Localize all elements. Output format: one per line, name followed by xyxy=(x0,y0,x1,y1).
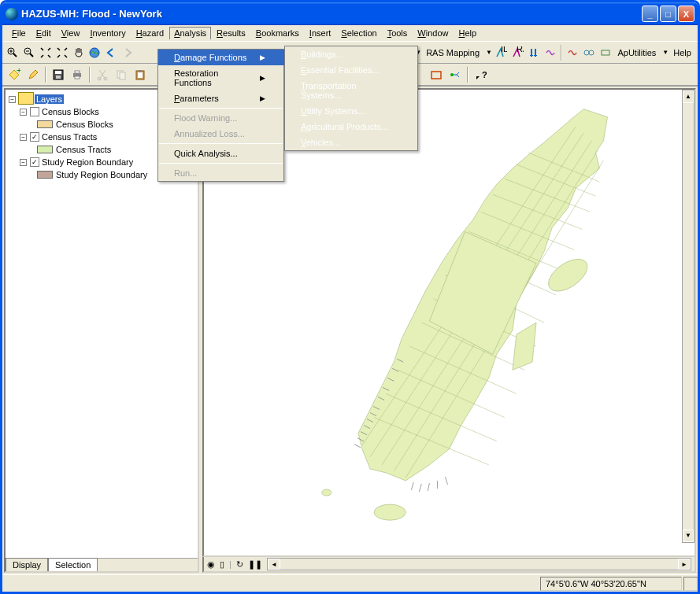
menu-quick-analysis[interactable]: Quick Analysis... xyxy=(158,146,284,161)
svg-point-12 xyxy=(584,50,589,55)
scroll-down-icon[interactable]: ▼ xyxy=(683,529,694,542)
menu-edit[interactable]: Edit xyxy=(31,27,56,39)
swatch-label: Study Region Boundary xyxy=(56,170,147,179)
svg-rect-18 xyxy=(56,76,61,79)
paste-icon[interactable] xyxy=(131,66,149,83)
submenu-utility-systems[interactable]: Utility Systems... xyxy=(285,103,417,119)
menu-parameters[interactable]: Parameters▶ xyxy=(158,90,284,106)
menu-window[interactable]: Window xyxy=(413,27,453,39)
menu-help[interactable]: Help xyxy=(454,27,481,39)
ras-tool-1-icon[interactable]: ID xyxy=(494,44,509,61)
tab-display[interactable]: Display xyxy=(6,558,48,571)
collapse-icon[interactable]: − xyxy=(20,109,27,116)
zoom-out-icon[interactable] xyxy=(22,44,37,61)
svg-rect-14 xyxy=(602,50,609,55)
full-extent-icon[interactable] xyxy=(87,44,102,61)
horizontal-scrollbar[interactable]: ◄ ► xyxy=(267,558,691,570)
data-view-icon[interactable]: ◉ xyxy=(207,559,215,570)
color-swatch-icon xyxy=(37,171,53,179)
menu-inventory[interactable]: Inventory xyxy=(85,27,130,39)
pan-icon[interactable] xyxy=(71,44,86,61)
collapse-icon[interactable]: − xyxy=(9,96,16,103)
print-icon[interactable] xyxy=(69,66,86,83)
ap-tool-1-icon[interactable] xyxy=(565,44,580,61)
dropdown-arrow-icon[interactable]: ▼ xyxy=(662,49,669,56)
dropdown-arrow-icon[interactable]: ▼ xyxy=(486,49,492,56)
ras-tool-3-icon[interactable] xyxy=(527,44,542,61)
vertical-scrollbar[interactable]: ▲ ▼ xyxy=(682,90,694,543)
svg-point-30 xyxy=(450,73,454,76)
tool-box-icon[interactable] xyxy=(428,66,445,83)
ap-tool-2-icon[interactable] xyxy=(582,44,597,61)
minimize-button[interactable]: _ xyxy=(642,6,658,22)
layer-checkbox[interactable] xyxy=(30,107,39,116)
svg-line-1 xyxy=(13,53,17,57)
app-window: HAZUS-MH: Flood - NewYork _ □ X File Edi… xyxy=(0,0,700,594)
menu-results[interactable]: Results xyxy=(212,27,250,39)
scroll-right-icon[interactable]: ► xyxy=(678,559,691,570)
svg-text:RA: RA xyxy=(517,46,524,53)
menu-restoration-functions[interactable]: Restoration Functions▶ xyxy=(158,65,284,90)
menu-damage-functions[interactable]: Damage Functions▶ Buildings... Essential… xyxy=(158,50,284,65)
menu-bar: File Edit View Inventory Hazard Analysis… xyxy=(2,25,698,42)
maximize-button[interactable]: □ xyxy=(660,6,676,22)
ras-tool-2-icon[interactable]: RA xyxy=(510,44,525,61)
cut-icon[interactable] xyxy=(94,66,111,83)
add-data-icon[interactable]: + xyxy=(6,66,23,83)
submenu-buildings[interactable]: Buildings... xyxy=(285,46,417,62)
collapse-icon[interactable]: − xyxy=(20,134,27,141)
ras-tool-4-icon[interactable] xyxy=(543,44,557,61)
edit-icon[interactable] xyxy=(24,66,42,83)
menu-run: Run... xyxy=(158,165,284,181)
status-bar: 74°5'0.6"W 40°53'20.65"N xyxy=(2,574,698,592)
menu-hazard[interactable]: Hazard xyxy=(131,27,169,39)
submenu-agricultural[interactable]: Agricultural Products... xyxy=(285,119,417,135)
submenu-vehicles[interactable]: Vehicles... xyxy=(285,135,417,150)
scroll-left-icon[interactable]: ◄ xyxy=(268,559,280,570)
copy-icon[interactable] xyxy=(113,66,130,83)
layer-checkbox[interactable]: ✓ xyxy=(30,132,39,142)
pause-icon[interactable]: ❚❚ xyxy=(248,559,262,570)
tab-selection[interactable]: Selection xyxy=(48,558,98,571)
menu-bookmarks[interactable]: Bookmarks xyxy=(251,27,304,39)
menu-file[interactable]: File xyxy=(7,27,31,39)
back-extent-icon[interactable] xyxy=(104,44,119,61)
collapse-icon[interactable]: − xyxy=(20,159,27,166)
status-coordinates: 74°5'0.6"W 40°53'20.65"N xyxy=(540,577,682,591)
svg-text:ID: ID xyxy=(501,46,507,53)
ap-tool-3-icon[interactable] xyxy=(598,44,613,61)
window-title: HAZUS-MH: Flood - NewYork xyxy=(21,8,642,20)
tool-branch-icon[interactable] xyxy=(446,66,464,83)
toc-tabs: Display Selection xyxy=(6,558,198,571)
layer-label: Census Tracts xyxy=(42,132,97,142)
ap-utilities-menu[interactable]: ApUtilities xyxy=(614,48,659,57)
status-spacer xyxy=(683,577,698,591)
menu-insert[interactable]: Insert xyxy=(305,27,336,39)
fixed-zoom-out-icon[interactable] xyxy=(54,44,69,61)
forward-extent-icon[interactable] xyxy=(120,44,135,61)
layout-view-icon[interactable]: ▯ xyxy=(220,559,224,570)
damage-functions-submenu: Buildings... Essential Facilities... Tra… xyxy=(284,46,418,151)
submenu-transportation[interactable]: Transportation Systems... xyxy=(285,78,417,103)
svg-rect-20 xyxy=(75,71,80,73)
color-swatch-icon xyxy=(37,120,53,128)
fixed-zoom-in-icon[interactable] xyxy=(39,44,54,61)
scroll-up-icon[interactable]: ▲ xyxy=(683,90,694,103)
close-button[interactable]: X xyxy=(678,6,694,22)
svg-point-53 xyxy=(322,489,331,496)
svg-text:+: + xyxy=(17,68,20,75)
ras-mapping-menu[interactable]: RAS Mapping xyxy=(423,48,483,57)
submenu-essential-facilities[interactable]: Essential Facilities... xyxy=(285,62,417,78)
svg-line-5 xyxy=(30,53,33,57)
refresh-icon[interactable]: ↻ xyxy=(236,559,243,570)
menu-tools[interactable]: Tools xyxy=(383,27,413,39)
toolbar-help-menu[interactable]: Help xyxy=(670,48,694,57)
menu-analysis[interactable]: Analysis xyxy=(169,27,211,39)
save-icon[interactable] xyxy=(50,66,67,83)
svg-rect-29 xyxy=(431,72,441,79)
menu-view[interactable]: View xyxy=(57,27,85,39)
zoom-in-icon[interactable] xyxy=(6,44,20,61)
whats-this-icon[interactable]: ? xyxy=(472,66,489,83)
layer-checkbox[interactable]: ✓ xyxy=(30,157,39,167)
menu-selection[interactable]: Selection xyxy=(336,27,381,39)
